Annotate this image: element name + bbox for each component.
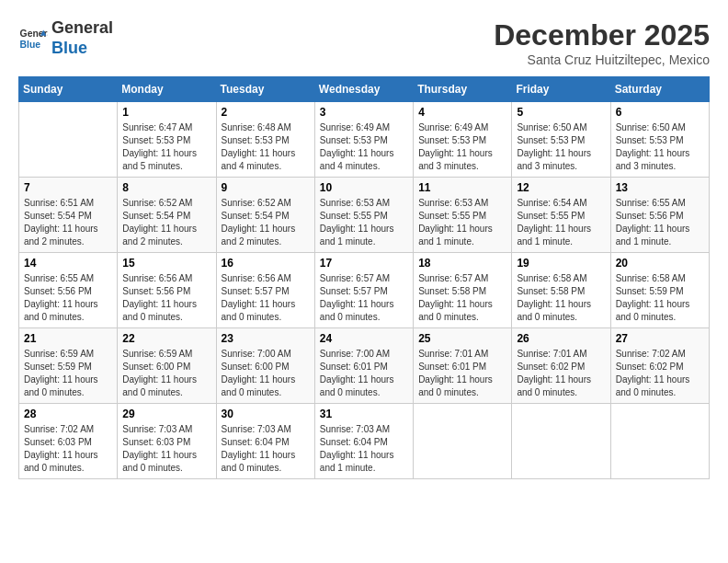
calendar-cell: 18Sunrise: 6:57 AMSunset: 5:58 PMDayligh…: [414, 253, 512, 328]
cell-sun-info: Sunrise: 7:02 AMSunset: 6:02 PMDaylight:…: [616, 348, 704, 399]
cell-sun-info: Sunrise: 7:01 AMSunset: 6:02 PMDaylight:…: [517, 348, 605, 399]
logo: General Blue General Blue: [18, 18, 113, 58]
day-number: 7: [24, 181, 112, 194]
logo-general: General: [51, 18, 113, 37]
cell-sun-info: Sunrise: 7:01 AMSunset: 6:01 PMDaylight:…: [418, 348, 506, 399]
cell-sun-info: Sunrise: 6:53 AMSunset: 5:55 PMDaylight:…: [418, 197, 506, 248]
cell-sun-info: Sunrise: 6:58 AMSunset: 5:59 PMDaylight:…: [616, 272, 704, 324]
day-number: 2: [222, 106, 310, 119]
cell-sun-info: Sunrise: 7:00 AMSunset: 6:00 PMDaylight:…: [222, 348, 310, 399]
weekday-header: Thursday: [414, 77, 512, 102]
calendar-week-row: 28Sunrise: 7:02 AMSunset: 6:03 PMDayligh…: [19, 404, 710, 479]
day-number: 9: [222, 181, 310, 194]
calendar-cell: 6Sunrise: 6:50 AMSunset: 5:53 PMDaylight…: [610, 102, 709, 178]
cell-sun-info: Sunrise: 6:56 AMSunset: 5:57 PMDaylight:…: [222, 272, 310, 324]
calendar-cell: [512, 404, 610, 479]
calendar-cell: 7Sunrise: 6:51 AMSunset: 5:54 PMDaylight…: [19, 178, 118, 253]
svg-text:Blue: Blue: [20, 39, 41, 49]
cell-sun-info: Sunrise: 6:51 AMSunset: 5:54 PMDaylight:…: [24, 197, 112, 248]
day-number: 10: [320, 181, 408, 194]
cell-sun-info: Sunrise: 6:48 AMSunset: 5:53 PMDaylight:…: [222, 121, 310, 173]
day-number: 16: [222, 257, 310, 270]
day-number: 19: [517, 257, 605, 270]
cell-sun-info: Sunrise: 6:54 AMSunset: 5:55 PMDaylight:…: [517, 197, 605, 248]
calendar-cell: 1Sunrise: 6:47 AMSunset: 5:53 PMDaylight…: [118, 102, 216, 178]
calendar-cell: 12Sunrise: 6:54 AMSunset: 5:55 PMDayligh…: [512, 178, 610, 253]
day-number: 5: [517, 106, 605, 119]
cell-sun-info: Sunrise: 6:49 AMSunset: 5:53 PMDaylight:…: [418, 121, 506, 173]
cell-sun-info: Sunrise: 7:03 AMSunset: 6:03 PMDaylight:…: [122, 423, 210, 475]
day-number: 23: [222, 332, 310, 345]
cell-sun-info: Sunrise: 6:55 AMSunset: 5:56 PMDaylight:…: [616, 197, 704, 248]
day-number: 21: [24, 332, 112, 345]
calendar-cell: 4Sunrise: 6:49 AMSunset: 5:53 PMDaylight…: [414, 102, 512, 178]
calendar-cell: 14Sunrise: 6:55 AMSunset: 5:56 PMDayligh…: [19, 253, 118, 328]
cell-sun-info: Sunrise: 6:59 AMSunset: 6:00 PMDaylight:…: [122, 348, 210, 399]
calendar-cell: 19Sunrise: 6:58 AMSunset: 5:58 PMDayligh…: [512, 253, 610, 328]
day-number: 28: [24, 408, 112, 420]
day-number: 15: [122, 257, 210, 270]
location-subtitle: Santa Cruz Huitziltepec, Mexico: [494, 52, 710, 67]
calendar-cell: 16Sunrise: 6:56 AMSunset: 5:57 PMDayligh…: [216, 253, 314, 328]
calendar-cell: 23Sunrise: 7:00 AMSunset: 6:00 PMDayligh…: [216, 328, 314, 404]
day-number: 13: [616, 181, 704, 194]
month-title: December 2025: [494, 18, 710, 52]
weekday-header: Sunday: [19, 77, 118, 102]
calendar-cell: 30Sunrise: 7:03 AMSunset: 6:04 PMDayligh…: [216, 404, 314, 479]
calendar-cell: 21Sunrise: 6:59 AMSunset: 5:59 PMDayligh…: [19, 328, 118, 404]
calendar-cell: 10Sunrise: 6:53 AMSunset: 5:55 PMDayligh…: [314, 178, 413, 253]
calendar-cell: 22Sunrise: 6:59 AMSunset: 6:00 PMDayligh…: [118, 328, 216, 404]
cell-sun-info: Sunrise: 6:52 AMSunset: 5:54 PMDaylight:…: [222, 197, 310, 248]
day-number: 12: [517, 181, 605, 194]
cell-sun-info: Sunrise: 6:55 AMSunset: 5:56 PMDaylight:…: [24, 272, 112, 324]
logo-text: General Blue: [51, 18, 113, 58]
day-number: 25: [418, 332, 506, 345]
cell-sun-info: Sunrise: 6:49 AMSunset: 5:53 PMDaylight:…: [320, 121, 408, 173]
logo-blue: Blue: [51, 39, 87, 57]
page-header: General Blue General Blue December 2025 …: [18, 18, 710, 67]
day-number: 11: [418, 181, 506, 194]
day-number: 20: [616, 257, 704, 270]
calendar-cell: 31Sunrise: 7:03 AMSunset: 6:04 PMDayligh…: [314, 404, 413, 479]
calendar-cell: 13Sunrise: 6:55 AMSunset: 5:56 PMDayligh…: [610, 178, 709, 253]
cell-sun-info: Sunrise: 6:58 AMSunset: 5:58 PMDaylight:…: [517, 272, 605, 324]
day-number: 26: [517, 332, 605, 345]
cell-sun-info: Sunrise: 7:02 AMSunset: 6:03 PMDaylight:…: [24, 423, 112, 475]
day-number: 18: [418, 257, 506, 270]
day-number: 27: [616, 332, 704, 345]
day-number: 30: [222, 408, 310, 420]
weekday-header: Monday: [118, 77, 216, 102]
day-number: 24: [320, 332, 408, 345]
cell-sun-info: Sunrise: 6:52 AMSunset: 5:54 PMDaylight:…: [122, 197, 210, 248]
day-number: 4: [418, 106, 506, 119]
calendar-week-row: 7Sunrise: 6:51 AMSunset: 5:54 PMDaylight…: [19, 178, 710, 253]
cell-sun-info: Sunrise: 6:50 AMSunset: 5:53 PMDaylight:…: [616, 121, 704, 173]
day-number: 6: [616, 106, 704, 119]
calendar-week-row: 14Sunrise: 6:55 AMSunset: 5:56 PMDayligh…: [19, 253, 710, 328]
day-number: 8: [122, 181, 210, 194]
weekday-header: Saturday: [610, 77, 709, 102]
calendar-cell: [610, 404, 709, 479]
day-number: 1: [122, 106, 210, 119]
calendar-cell: 27Sunrise: 7:02 AMSunset: 6:02 PMDayligh…: [610, 328, 709, 404]
calendar-cell: [19, 102, 118, 178]
calendar-cell: 2Sunrise: 6:48 AMSunset: 5:53 PMDaylight…: [216, 102, 314, 178]
cell-sun-info: Sunrise: 6:57 AMSunset: 5:58 PMDaylight:…: [418, 272, 506, 324]
day-number: 14: [24, 257, 112, 270]
calendar-week-row: 21Sunrise: 6:59 AMSunset: 5:59 PMDayligh…: [19, 328, 710, 404]
calendar-cell: [414, 404, 512, 479]
calendar-cell: 9Sunrise: 6:52 AMSunset: 5:54 PMDaylight…: [216, 178, 314, 253]
cell-sun-info: Sunrise: 6:56 AMSunset: 5:56 PMDaylight:…: [122, 272, 210, 324]
calendar-cell: 28Sunrise: 7:02 AMSunset: 6:03 PMDayligh…: [19, 404, 118, 479]
day-number: 3: [320, 106, 408, 119]
day-number: 31: [320, 408, 408, 420]
cell-sun-info: Sunrise: 6:47 AMSunset: 5:53 PMDaylight:…: [122, 121, 210, 173]
calendar-cell: 25Sunrise: 7:01 AMSunset: 6:01 PMDayligh…: [414, 328, 512, 404]
cell-sun-info: Sunrise: 6:59 AMSunset: 5:59 PMDaylight:…: [24, 348, 112, 399]
weekday-header: Wednesday: [314, 77, 413, 102]
cell-sun-info: Sunrise: 6:57 AMSunset: 5:57 PMDaylight:…: [320, 272, 408, 324]
weekday-header: Friday: [512, 77, 610, 102]
day-number: 17: [320, 257, 408, 270]
calendar-cell: 8Sunrise: 6:52 AMSunset: 5:54 PMDaylight…: [118, 178, 216, 253]
calendar-cell: 29Sunrise: 7:03 AMSunset: 6:03 PMDayligh…: [118, 404, 216, 479]
